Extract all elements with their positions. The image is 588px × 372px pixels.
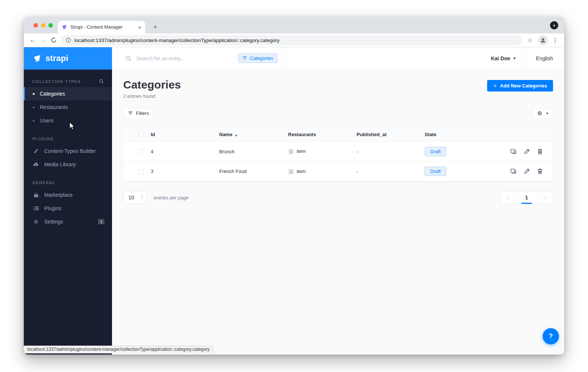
table-row[interactable]: 4 Brunch 1item - Draft xyxy=(123,142,553,161)
user-menu[interactable]: Kai Doe ▾ xyxy=(491,55,515,61)
sidebar-item-label: Users xyxy=(40,118,54,124)
strapi-logo[interactable]: strapi xyxy=(24,47,112,70)
url-text[interactable]: localhost:1337/admin/plugins/content-man… xyxy=(74,38,279,43)
column-header-name[interactable]: Name▲ xyxy=(219,132,288,137)
minimize-window-button[interactable] xyxy=(41,23,45,28)
chevron-left-icon: ‹ xyxy=(506,194,509,202)
duplicate-icon[interactable] xyxy=(511,149,516,154)
row-checkbox[interactable] xyxy=(138,169,144,174)
strapi-app: strapi COLLECTION TYPES Categories xyxy=(24,47,564,355)
delete-trash-icon[interactable] xyxy=(537,169,543,174)
browser-profile-button[interactable] xyxy=(538,35,548,45)
list-icon xyxy=(33,206,39,211)
bullet-icon xyxy=(33,106,35,108)
add-button-label: Add New Categories xyxy=(500,83,547,89)
sidebar-item-media-library[interactable]: Media Library xyxy=(24,158,112,171)
entries-table: Id Name▲ Restaurants Published_at State … xyxy=(123,128,553,181)
content-area: Categories 2 entries found + Add New Cat… xyxy=(112,70,564,355)
duplicate-icon[interactable] xyxy=(511,169,516,174)
cell-restaurants: 1item xyxy=(288,169,357,174)
logo-text: strapi xyxy=(45,54,68,63)
basket-icon xyxy=(33,193,39,198)
gear-icon: ⚙ xyxy=(537,110,542,116)
previous-page-button[interactable]: ‹ xyxy=(501,192,515,204)
help-button[interactable]: ? xyxy=(543,328,559,344)
back-button[interactable]: ← xyxy=(28,35,38,45)
section-general: GENERAL Marketplace Plugins xyxy=(24,180,112,228)
info-icon[interactable] xyxy=(66,38,71,43)
cloud-upload-icon xyxy=(33,162,39,167)
search-input[interactable] xyxy=(136,55,233,61)
chip-label: Categories xyxy=(250,55,273,61)
sidebar-item-label: Categories xyxy=(40,91,65,97)
sidebar: strapi COLLECTION TYPES Categories xyxy=(24,47,112,355)
filters-button[interactable]: Filters xyxy=(123,108,154,119)
row-checkbox[interactable] xyxy=(138,149,144,154)
edit-pencil-icon[interactable] xyxy=(524,169,530,174)
edit-pencil-icon[interactable] xyxy=(524,149,530,154)
section-plugins: PLUGINS Content-Types Builder Media Libr… xyxy=(24,137,112,171)
zoom-window-button[interactable] xyxy=(48,23,53,28)
column-header-state[interactable]: State xyxy=(425,132,508,137)
section-collection-types: COLLECTION TYPES Categories Restaurants xyxy=(24,79,112,127)
filters-label: Filters xyxy=(136,110,149,116)
next-page-button[interactable]: › xyxy=(538,192,553,204)
new-tab-button[interactable]: + xyxy=(150,22,160,32)
main-area: Categories Kai Doe ▾ English Categories xyxy=(112,47,564,355)
sidebar-item-categories[interactable]: Categories xyxy=(24,87,112,100)
strapi-logo-icon xyxy=(33,54,42,63)
collection-filter-chip[interactable]: Categories xyxy=(238,54,278,63)
user-name: Kai Doe xyxy=(491,55,510,61)
pagination-controls: ‹ 1 › xyxy=(500,191,553,204)
browser-tab[interactable]: Strapi - Content Manager × xyxy=(58,21,145,33)
row-actions xyxy=(508,149,553,154)
tab-search-button[interactable]: ▾ xyxy=(550,21,558,29)
page-number[interactable]: 1 xyxy=(515,192,538,204)
sidebar-item-settings[interactable]: ⚙ Settings 1 xyxy=(24,215,112,228)
delete-trash-icon[interactable] xyxy=(537,149,543,154)
column-header-id[interactable]: Id xyxy=(151,132,219,137)
sidebar-item-restaurants[interactable]: Restaurants xyxy=(24,100,112,114)
sidebar-item-label: Settings xyxy=(44,219,63,225)
caret-down-icon: ▾ xyxy=(546,111,548,115)
plus-icon: + xyxy=(493,83,496,89)
search-icon xyxy=(125,55,131,61)
state-badge: Draft xyxy=(425,167,446,176)
sidebar-item-content-types-builder[interactable]: Content-Types Builder xyxy=(24,144,112,158)
url-bar[interactable]: localhost:1337/admin/plugins/content-man… xyxy=(61,35,522,45)
table-settings-button[interactable]: ⚙ ▾ xyxy=(533,108,553,119)
search-icon[interactable] xyxy=(99,79,104,84)
select-all-checkbox[interactable] xyxy=(138,132,144,137)
sidebar-item-users[interactable]: Users xyxy=(24,114,112,127)
sidebar-item-label: Marketplace xyxy=(44,192,73,198)
browser-tabstrip: Strapi - Content Manager × + ▾ xyxy=(24,17,564,33)
bullet-icon xyxy=(33,93,35,95)
sidebar-item-marketplace[interactable]: Marketplace xyxy=(24,188,112,202)
sidebar-item-label: Restaurants xyxy=(40,104,68,110)
close-window-button[interactable] xyxy=(33,23,38,28)
caret-down-icon: ▾ xyxy=(514,56,515,60)
section-label: GENERAL xyxy=(32,180,55,185)
language-selector[interactable]: English xyxy=(536,55,553,61)
entries-count: 2 entries found xyxy=(123,93,181,99)
sidebar-item-plugins[interactable]: Plugins xyxy=(24,202,112,215)
add-new-categories-button[interactable]: + Add New Categories xyxy=(487,80,553,92)
forward-button[interactable]: → xyxy=(38,35,48,45)
section-label: COLLECTION TYPES xyxy=(32,79,81,84)
browser-menu-button[interactable]: ⋮ xyxy=(550,35,560,45)
column-header-restaurants[interactable]: Restaurants xyxy=(288,132,357,137)
reload-button[interactable] xyxy=(48,35,59,45)
browser-window: Strapi - Content Manager × + ▾ ← → local… xyxy=(24,17,564,355)
tab-close-icon[interactable]: × xyxy=(138,25,141,30)
sidebar-item-label: Content-Types Builder xyxy=(44,148,96,154)
entries-per-page-label: entries per page xyxy=(154,195,189,201)
table-row[interactable]: 3 French Food 1item - Draft xyxy=(123,161,553,181)
row-actions xyxy=(508,169,553,174)
bookmark-star-icon[interactable]: ☆ xyxy=(525,35,535,45)
gear-icon: ⚙ xyxy=(33,219,39,225)
section-label: PLUGINS xyxy=(32,137,54,141)
column-header-published-at[interactable]: Published_at xyxy=(357,132,425,137)
cell-name: Brunch xyxy=(219,149,288,154)
entries-per-page-select[interactable]: 10 ▲▼ xyxy=(123,191,147,204)
filter-icon xyxy=(128,112,132,115)
